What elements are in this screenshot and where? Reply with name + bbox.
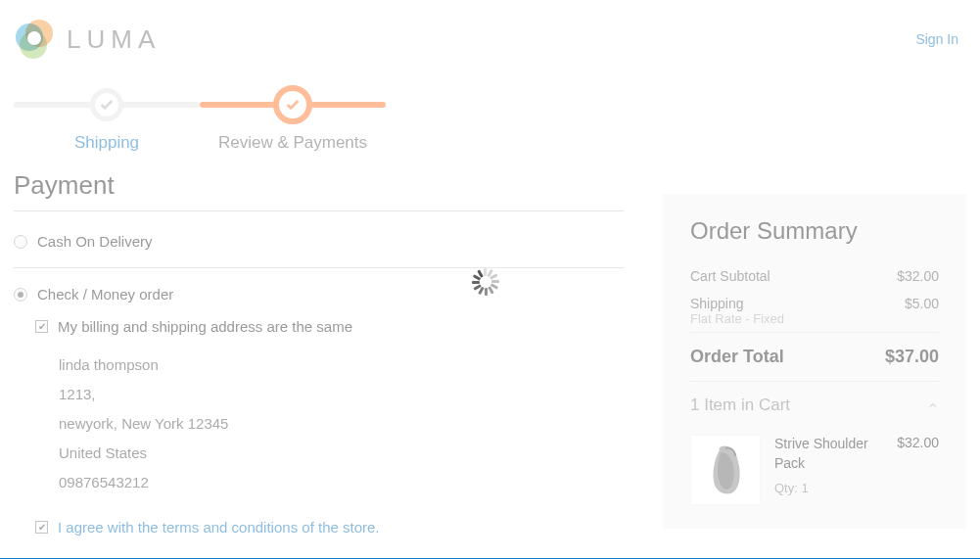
step-shipping[interactable]: Shipping [14, 84, 200, 153]
page-header: LUMA Sign In [0, 0, 980, 70]
payment-method-cod[interactable]: Cash On Delivery [14, 215, 624, 268]
product-thumbnail [690, 435, 761, 505]
check-icon [285, 97, 301, 113]
billing-same-label: My billing and shipping address are the … [58, 318, 352, 335]
shipping-value: $5.00 [905, 296, 939, 311]
item-qty: Qty: 1 [774, 481, 883, 495]
billing-city: newyork, New York 12345 [59, 409, 624, 439]
check-icon [99, 97, 115, 113]
item-price: $32.00 [897, 435, 939, 505]
billing-name: linda thompson [59, 350, 624, 380]
page-title: Payment [14, 170, 624, 211]
payment-method-check-label: Check / Money order [37, 286, 173, 303]
subtotal-value: $32.00 [897, 268, 939, 284]
logo-text: LUMA [67, 24, 161, 55]
shipping-method: Flat Rate - Fixed [690, 311, 939, 326]
logo[interactable]: LUMA [14, 18, 161, 61]
cart-item: Strive Shoulder Pack Qty: 1 $32.00 [690, 429, 939, 505]
terms-link[interactable]: I agree with the terms and conditions of… [58, 519, 380, 536]
checkbox-terms[interactable]: ✔ [35, 521, 48, 534]
terms-row[interactable]: ✔ I agree with the terms and conditions … [35, 519, 624, 536]
shipping-label: Shipping [690, 296, 744, 311]
item-name: Strive Shoulder Pack [774, 435, 883, 473]
cart-count: 1 Item in Cart [690, 396, 790, 415]
total-label: Order Total [690, 347, 784, 367]
billing-same-row[interactable]: ✔ My billing and shipping address are th… [35, 318, 624, 335]
loading-spinner-icon [470, 266, 501, 298]
checkout-progress: Shipping Review & Payments [0, 74, 980, 163]
billing-country: United States [59, 439, 624, 468]
step-review-icon [273, 85, 312, 124]
step-review: Review & Payments [200, 84, 386, 153]
checkbox-billing-same[interactable]: ✔ [35, 320, 48, 333]
subtotal-label: Cart Subtotal [690, 268, 770, 284]
payment-method-cod-label: Cash On Delivery [37, 233, 153, 250]
step-review-label: Review & Payments [218, 133, 367, 153]
radio-check[interactable] [14, 288, 27, 302]
payment-method-check[interactable]: Check / Money order ✔ My billing and shi… [14, 268, 624, 559]
billing-phone: 09876543212 [59, 468, 624, 497]
order-summary: Order Summary Cart Subtotal $32.00 Shipp… [663, 194, 966, 529]
bag-icon [702, 443, 749, 497]
cart-items-toggle[interactable]: 1 Item in Cart [690, 381, 939, 429]
sign-in-link[interactable]: Sign In [915, 31, 966, 47]
step-shipping-icon [90, 88, 123, 121]
logo-icon [14, 18, 57, 61]
order-summary-title: Order Summary [690, 217, 939, 245]
total-value: $37.00 [885, 347, 939, 367]
billing-address: linda thompson 1213, newyork, New York 1… [35, 350, 624, 497]
radio-cod[interactable] [14, 235, 27, 249]
billing-street: 1213, [59, 380, 624, 409]
chevron-up-icon [927, 399, 939, 411]
step-shipping-label: Shipping [74, 133, 139, 153]
